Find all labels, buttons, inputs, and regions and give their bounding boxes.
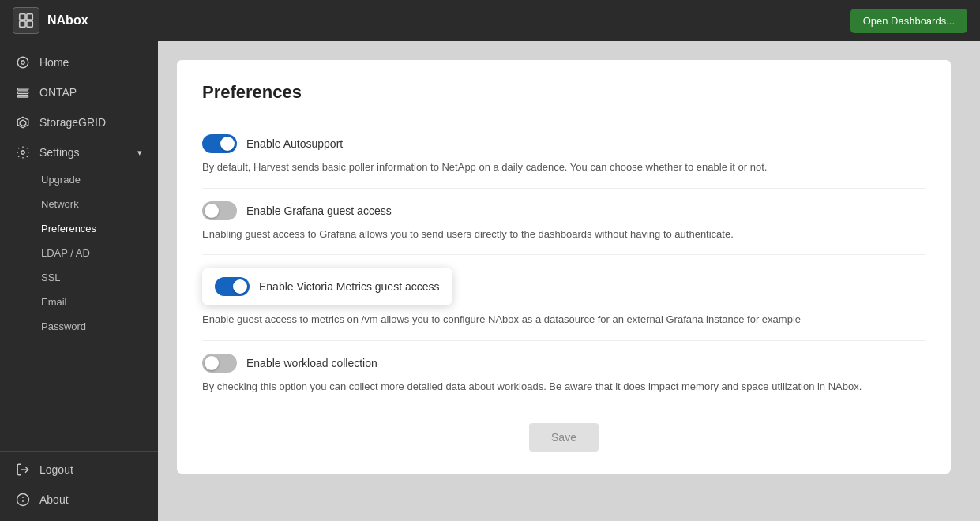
setting-grafana-guest: Enable Grafana guest access Enabling gue… xyxy=(202,189,926,256)
sidebar-sub-label-ssl: SSL xyxy=(41,272,61,283)
settings-icon xyxy=(16,145,30,159)
svg-rect-7 xyxy=(17,92,28,93)
sidebar-label-home: Home xyxy=(39,56,69,69)
logo-box xyxy=(13,7,39,34)
workload-toggle[interactable] xyxy=(202,354,237,373)
workload-label: Enable workload collection xyxy=(246,357,377,369)
sidebar-item-home[interactable]: Home xyxy=(0,47,158,77)
open-dashboards-button[interactable]: Open Dashboards... xyxy=(850,9,967,33)
app-title: NAbox xyxy=(47,13,88,28)
topbar: NAbox Open Dashboards... xyxy=(0,0,980,41)
svg-rect-8 xyxy=(17,96,28,97)
sidebar-label-about: About xyxy=(39,493,69,506)
app-logo: NAbox xyxy=(13,7,88,34)
ontap-icon xyxy=(16,85,30,99)
sidebar-label-settings: Settings xyxy=(39,146,80,159)
svg-rect-1 xyxy=(27,14,32,20)
svg-rect-2 xyxy=(20,21,25,27)
svg-marker-10 xyxy=(20,120,26,126)
sidebar-sub-label-upgrade: Upgrade xyxy=(41,174,81,186)
main-layout: Home ONTAP StorageGRID Settings xyxy=(0,41,980,521)
home-icon xyxy=(16,55,30,69)
sidebar-sub-item-email[interactable]: Email xyxy=(0,290,158,314)
sidebar-item-ontap[interactable]: ONTAP xyxy=(0,77,158,107)
victoria-guest-label: Enable Victoria Metrics guest access xyxy=(259,280,440,293)
sidebar-sub-label-email: Email xyxy=(41,296,67,308)
svg-point-5 xyxy=(21,61,25,65)
sidebar-sub-label-network: Network xyxy=(41,198,79,210)
save-section: Save xyxy=(202,423,926,452)
grafana-guest-toggle[interactable] xyxy=(202,201,237,220)
setting-grafana-guest-header: Enable Grafana guest access xyxy=(202,201,926,220)
save-button[interactable]: Save xyxy=(529,423,599,452)
sidebar-sub-item-password[interactable]: Password xyxy=(0,314,158,339)
victoria-guest-toggle[interactable] xyxy=(215,277,250,296)
svg-rect-3 xyxy=(27,21,32,27)
sidebar-item-settings[interactable]: Settings ▾ xyxy=(0,137,158,167)
sidebar-label-storagegrid: StorageGRID xyxy=(39,116,106,129)
autosupport-label: Enable Autosupport xyxy=(246,137,343,150)
logout-icon xyxy=(16,463,30,477)
setting-victoria-guest: Enable Victoria Metrics guest access Ena… xyxy=(202,255,926,341)
chevron-down-icon: ▾ xyxy=(137,148,142,158)
autosupport-desc: By default, Harvest sends basic poller i… xyxy=(202,159,926,175)
sidebar-sub-label-password: Password xyxy=(41,320,86,332)
svg-point-4 xyxy=(17,57,28,68)
setting-workload: Enable workload collection By checking t… xyxy=(202,341,926,408)
sidebar-sub-item-preferences[interactable]: Preferences xyxy=(0,216,158,241)
svg-point-11 xyxy=(21,151,25,155)
sidebar-sub-item-ssl[interactable]: SSL xyxy=(0,265,158,290)
sidebar-bottom: Logout About xyxy=(0,451,158,515)
sidebar-label-logout: Logout xyxy=(39,463,73,476)
svg-rect-6 xyxy=(17,88,28,90)
sidebar: Home ONTAP StorageGRID Settings xyxy=(0,41,158,521)
storagegrid-icon xyxy=(16,115,30,129)
sidebar-sub-item-upgrade[interactable]: Upgrade xyxy=(0,167,158,192)
about-icon xyxy=(16,493,30,507)
sidebar-item-logout[interactable]: Logout xyxy=(0,455,158,485)
victoria-guest-desc: Enable guest access to metrics on /vm al… xyxy=(202,312,926,328)
svg-rect-0 xyxy=(20,14,25,20)
setting-autosupport-header: Enable Autosupport xyxy=(202,134,926,153)
sidebar-sub-item-network[interactable]: Network xyxy=(0,192,158,216)
grafana-guest-desc: Enabling guest access to Grafana allows … xyxy=(202,227,926,242)
sidebar-sub-label-preferences: Preferences xyxy=(41,223,96,234)
sidebar-sub-item-ldap[interactable]: LDAP / AD xyxy=(0,241,158,265)
victoria-highlighted-box: Enable Victoria Metrics guest access xyxy=(202,268,452,305)
grafana-guest-label: Enable Grafana guest access xyxy=(246,204,392,217)
preferences-panel: Preferences Enable Autosupport By defaul… xyxy=(177,60,951,474)
autosupport-toggle[interactable] xyxy=(202,134,237,153)
content-area: Preferences Enable Autosupport By defaul… xyxy=(158,41,980,521)
setting-workload-header: Enable workload collection xyxy=(202,354,926,373)
sidebar-label-ontap: ONTAP xyxy=(39,86,77,99)
sidebar-sub-label-ldap: LDAP / AD xyxy=(41,247,90,259)
workload-desc: By checking this option you can collect … xyxy=(202,379,926,395)
panel-title: Preferences xyxy=(202,82,926,103)
sidebar-item-storagegrid[interactable]: StorageGRID xyxy=(0,107,158,137)
setting-autosupport: Enable Autosupport By default, Harvest s… xyxy=(202,122,926,189)
sidebar-item-about[interactable]: About xyxy=(0,485,158,515)
